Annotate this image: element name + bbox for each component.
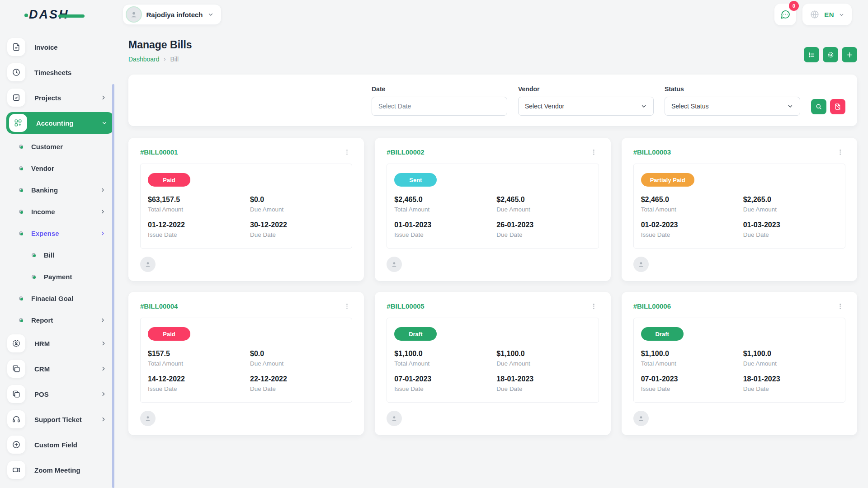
vendor-avatar <box>387 257 402 272</box>
bill-card: #BILL00002 Sent $2,465.0Total Amount $2,… <box>375 138 610 281</box>
company-name: Rajodiya infotech <box>146 11 203 19</box>
date-filter-group: Date <box>372 85 507 116</box>
company-switcher[interactable]: Rajodiya infotech <box>123 4 222 25</box>
card-menu-button[interactable] <box>835 148 845 156</box>
due-date-value: 18-01-2023 <box>496 375 591 383</box>
sidebar-nav: Invoice Timesheets Projects Accounting C… <box>0 29 118 488</box>
card-menu-button[interactable] <box>342 148 352 156</box>
bullet-dot-icon <box>32 253 36 257</box>
chevron-right-icon <box>100 209 106 215</box>
globe-icon <box>810 9 820 19</box>
sidebar-item-vendor[interactable]: Vendor <box>0 157 118 179</box>
total-amount-value: $63,157.5 <box>148 196 250 204</box>
sidebar-item-invoice[interactable]: Invoice <box>0 34 118 60</box>
sidebar-item-banking[interactable]: Banking <box>0 179 118 201</box>
breadcrumb-separator-icon: › <box>164 56 166 62</box>
vendor-avatar <box>387 411 402 426</box>
due-date-value: 01-03-2023 <box>743 221 838 229</box>
status-select-value: Select Status <box>671 103 709 110</box>
due-date-label: Due Date <box>743 231 838 238</box>
person-icon <box>129 10 138 19</box>
reset-filter-button[interactable] <box>830 99 845 114</box>
settings-button[interactable] <box>823 47 838 62</box>
bill-detail-box: Partialy Paid $2,465.0Total Amount $2,26… <box>633 164 845 249</box>
chevron-right-icon <box>100 187 106 193</box>
issue-date-value: 01-02-2023 <box>641 221 743 229</box>
kebab-menu-icon <box>837 303 844 310</box>
status-select[interactable]: Select Status <box>665 97 800 116</box>
breadcrumb-dashboard-link[interactable]: Dashboard <box>128 56 160 63</box>
sidebar-item-custom-field[interactable]: Custom Field <box>0 432 118 457</box>
chevron-right-icon <box>100 416 107 422</box>
bill-id-link[interactable]: #BILL00004 <box>140 302 178 310</box>
chevron-down-icon <box>208 11 214 18</box>
issue-date-label: Issue Date <box>148 385 250 392</box>
sidebar-item-support-ticket[interactable]: Support Ticket <box>0 407 118 432</box>
bill-id-link[interactable]: #BILL00005 <box>387 302 424 310</box>
sidebar-item-timesheets[interactable]: Timesheets <box>0 60 118 85</box>
vendor-select[interactable]: Select Vendor <box>518 97 654 116</box>
sidebar-item-finacial-goal[interactable]: Finacial Goal <box>0 287 118 309</box>
card-menu-button[interactable] <box>835 302 845 310</box>
person-icon <box>390 260 398 268</box>
bullet-dot-icon <box>19 145 23 149</box>
issue-date-value: 01-12-2022 <box>148 221 250 229</box>
bill-id-link[interactable]: #BILL00001 <box>140 148 178 156</box>
sidebar-item-projects[interactable]: Projects <box>0 85 118 110</box>
sidebar-item-payment[interactable]: Payment <box>0 266 118 287</box>
due-date-label: Due Date <box>496 231 591 238</box>
sidebar-item-pos[interactable]: POS <box>0 381 118 407</box>
sidebar-item-expense[interactable]: Expense <box>0 222 118 244</box>
list-view-button[interactable] <box>804 47 819 62</box>
checkbox-icon <box>7 89 25 107</box>
card-menu-button[interactable] <box>342 302 352 310</box>
main-content: Manage Bills Dashboard › Bill Date Ve <box>128 29 857 435</box>
bill-id-link[interactable]: #BILL00003 <box>633 148 671 156</box>
total-amount-label: Total Amount <box>641 360 743 367</box>
bill-id-link[interactable]: #BILL00006 <box>633 302 671 310</box>
clock-icon <box>7 63 25 81</box>
total-amount-label: Total Amount <box>394 206 496 213</box>
sidebar-item-accounting[interactable]: Accounting <box>6 112 114 134</box>
breadcrumb-current: Bill <box>170 56 179 63</box>
kebab-menu-icon <box>590 303 597 310</box>
add-bill-button[interactable] <box>842 47 857 62</box>
card-menu-button[interactable] <box>589 302 599 310</box>
bullet-dot-icon <box>19 188 23 192</box>
sidebar-item-report[interactable]: Report <box>0 309 118 331</box>
brand-logo[interactable]: DASH <box>29 8 69 22</box>
bill-id-link[interactable]: #BILL00002 <box>387 148 424 156</box>
sidebar-item-hrm[interactable]: HRM <box>0 331 118 356</box>
vendor-filter-group: Vendor Select Vendor <box>518 85 654 116</box>
sidebar-item-zoom-meeting[interactable]: Zoom Meeting <box>0 457 118 483</box>
total-amount-value: $2,465.0 <box>641 196 743 204</box>
person-icon <box>637 414 645 422</box>
bullet-dot-icon <box>19 231 23 235</box>
issue-date-value: 07-01-2023 <box>394 375 496 383</box>
date-input[interactable] <box>372 97 507 116</box>
person-icon <box>390 414 398 422</box>
notifications-button[interactable]: 0 <box>774 4 796 25</box>
page-title: Manage Bills <box>128 39 192 51</box>
card-menu-button[interactable] <box>589 148 599 156</box>
sidebar-item-income[interactable]: Income <box>0 201 118 222</box>
apply-filter-button[interactable] <box>811 99 826 114</box>
chevron-right-icon <box>100 366 107 372</box>
total-amount-value: $2,465.0 <box>394 196 496 204</box>
issue-date-label: Issue Date <box>641 385 743 392</box>
sidebar-item-crm[interactable]: CRM <box>0 356 118 381</box>
bill-detail-box: Draft $1,100.0Total Amount $1,100.0Due A… <box>387 318 599 403</box>
vendor-avatar <box>140 257 156 272</box>
status-badge: Draft <box>641 327 684 341</box>
sidebar-scrollbar-thumb[interactable] <box>112 84 114 488</box>
due-amount-label: Due Amount <box>250 360 344 367</box>
kebab-menu-icon <box>344 303 350 310</box>
issue-date-value: 01-01-2023 <box>394 221 496 229</box>
language-selector[interactable]: EN <box>802 4 852 25</box>
vendor-select-value: Select Vendor <box>525 103 564 110</box>
bill-card: #BILL00005 Draft $1,100.0Total Amount $1… <box>375 292 610 435</box>
sidebar-item-bill[interactable]: Bill <box>0 244 118 266</box>
total-amount-label: Total Amount <box>148 206 250 213</box>
sidebar-item-customer[interactable]: Customer <box>0 136 118 157</box>
search-icon <box>815 103 822 110</box>
